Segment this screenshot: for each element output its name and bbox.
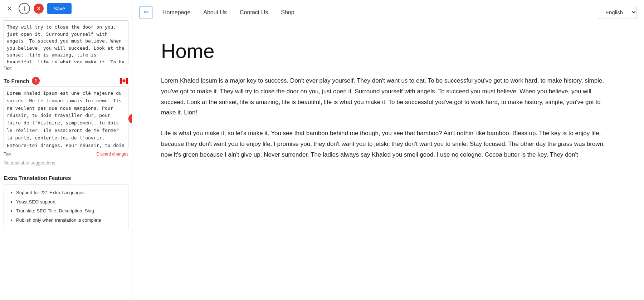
- nav-link-shop[interactable]: Shop: [274, 0, 301, 25]
- to-french-header: To French 1 🇨🇦: [0, 74, 132, 87]
- feature-item-1: Support for 221 Extra Languages: [16, 189, 122, 196]
- nav-link-about[interactable]: About Us: [197, 0, 233, 25]
- paragraph-2: Life is what you make it, so let's make …: [161, 128, 615, 160]
- language-selector[interactable]: English French Spanish German: [598, 6, 637, 19]
- nav-link-contact[interactable]: Contact Us: [233, 0, 274, 25]
- nav-links: Homepage About Us Contact Us Shop: [156, 0, 301, 25]
- edit-icon: ✏: [144, 9, 148, 16]
- features-list: Support for 221 Extra Languages Yoast SE…: [10, 189, 122, 223]
- source-section: Text: [0, 18, 132, 74]
- info-button[interactable]: i: [19, 3, 30, 14]
- page-title: Home: [161, 39, 615, 63]
- step1-badge: 1: [32, 77, 40, 85]
- source-text-label: Text: [4, 65, 128, 74]
- step2-badge: 2: [128, 114, 132, 124]
- paragraph-1: Lorem Khaled Ipsum is a major key to suc…: [161, 75, 615, 118]
- left-panel: ✕ i 3 Save Text To French 1 🇨🇦 2 Text Di…: [0, 0, 132, 300]
- toolbar: ✕ i 3 Save: [0, 0, 132, 18]
- no-suggestions-label: No available suggestions: [4, 160, 55, 166]
- right-panel: ✏ Homepage About Us Contact Us Shop Engl…: [132, 0, 644, 300]
- nav-link-homepage[interactable]: Homepage: [156, 0, 197, 25]
- info-icon: i: [24, 5, 25, 13]
- language-selector-wrapper: English French Spanish German: [598, 6, 637, 19]
- translation-area-wrapper: 2: [0, 87, 132, 151]
- translation-footer: Text Discard changes: [0, 151, 132, 158]
- close-button[interactable]: ✕: [4, 3, 15, 14]
- translation-textarea[interactable]: [4, 87, 128, 149]
- save-button[interactable]: Save: [47, 3, 72, 14]
- feature-item-4: Publish only when translation is complet…: [16, 217, 122, 224]
- feature-item-2: Yoast SEO support: [16, 198, 122, 206]
- translation-text-label: Text: [4, 152, 11, 157]
- features-card: Support for 221 Extra Languages Yoast SE…: [4, 185, 128, 230]
- nav-bar: ✏ Homepage About Us Contact Us Shop Engl…: [132, 0, 644, 25]
- extra-features-section: Extra Translation Features Support for 2…: [0, 171, 132, 234]
- source-textarea[interactable]: [4, 20, 128, 63]
- suggestions-section: No available suggestions: [0, 158, 132, 169]
- extra-features-title: Extra Translation Features: [4, 175, 128, 181]
- page-body: Lorem Khaled Ipsum is a major key to suc…: [161, 75, 615, 160]
- main-content: Home Lorem Khaled Ipsum is a major key t…: [132, 25, 644, 300]
- flag-icon: 🇨🇦: [119, 77, 128, 85]
- feature-item-3: Translate SEO Title, Description, Slug: [16, 207, 122, 215]
- to-french-title: To French: [4, 78, 29, 84]
- discard-changes-link[interactable]: Discard changes: [97, 152, 128, 157]
- edit-icon-button[interactable]: ✏: [140, 6, 152, 19]
- step3-badge: 3: [34, 4, 44, 14]
